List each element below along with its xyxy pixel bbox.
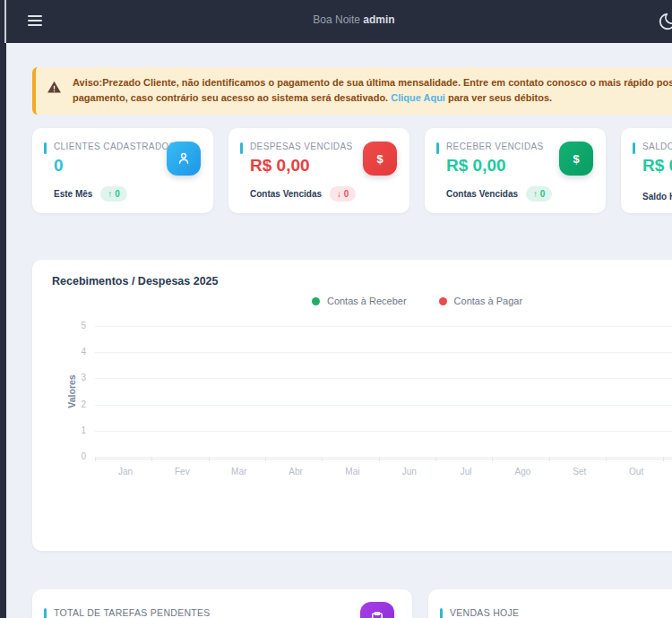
dollar-icon: $ (559, 142, 593, 176)
arrow-up-icon: ↑ (108, 189, 112, 199)
stat-cards-row: CLIENTES CADASTRADOS 0 Este Mês ↑ 0 DESP… (32, 128, 672, 213)
chart-card: Recebimentos / Despesas 2025 Contas à Re… (32, 260, 672, 551)
greeting-text: Boa Noite (313, 13, 360, 26)
arrow-down-icon: ↓ (337, 189, 341, 199)
stat-value: R$ 0,00 (642, 156, 672, 176)
accent-bar (440, 608, 443, 618)
x-tick-label: Jul (461, 467, 472, 476)
tasks-icon (360, 602, 394, 618)
bottom-cards-row: TOTAL DE TAREFAS PENDENTES VENDAS HOJE (32, 589, 672, 618)
chart-plot: Valores 543210JanFevMarAbrMaiJunJulAgoSe… (32, 260, 672, 551)
collapsed-sidebar (0, 0, 6, 618)
x-tick-label: Out (629, 467, 643, 476)
accent-bar (240, 142, 243, 154)
clique-aqui-link[interactable]: Clique Aqui (391, 92, 445, 103)
bottom-card-title: VENDAS HOJE (450, 607, 672, 618)
x-tick-mark (435, 457, 436, 461)
card-vendas-hoje: VENDAS HOJE (428, 589, 672, 618)
accent-bar (436, 142, 439, 154)
gridline (95, 431, 672, 432)
x-tick-label: Jun (402, 467, 417, 476)
accent-bar (44, 608, 47, 618)
stat-footer: Este Mês ↑ 0 (54, 186, 127, 202)
stat-card-clientes: CLIENTES CADASTRADOS 0 Este Mês ↑ 0 (32, 128, 213, 213)
x-tick-mark (663, 457, 664, 461)
trend-badge: ↑ 0 (526, 186, 552, 202)
stat-footer: Saldo Hoje (642, 192, 672, 202)
stat-footer-label: Contas Vencidas (446, 189, 518, 199)
stat-card-receber: RECEBER VENCIDAS R$ 0,00 $ Contas Vencid… (425, 128, 606, 213)
x-tick-mark (549, 457, 550, 461)
x-tick-label: Mai (345, 467, 359, 476)
moon-icon (658, 12, 672, 31)
greeting-title: Boa Noite admin (313, 13, 394, 26)
stat-card-saldo: SALDO R$ 0,00 Saldo Hoje (621, 128, 672, 213)
dollar-icon: $ (363, 142, 397, 176)
y-tick-label: 2 (63, 399, 86, 409)
x-tick-label: Set (573, 467, 586, 476)
x-tick-mark (492, 457, 493, 461)
y-tick-label: 5 (63, 321, 86, 330)
warning-triangle-icon (47, 80, 62, 95)
x-tick-mark (209, 457, 210, 461)
card-tarefas-pendentes: TOTAL DE TAREFAS PENDENTES (32, 589, 412, 618)
alert-line-2: pagamento, caso contrário seu acesso ao … (73, 90, 672, 106)
x-tick-label: Mar (231, 467, 246, 476)
gridline (95, 326, 672, 327)
gridline (95, 457, 672, 458)
accent-bar (44, 142, 47, 154)
x-tick-mark (265, 457, 266, 461)
x-tick-mark (322, 457, 323, 461)
dark-mode-toggle[interactable] (658, 12, 672, 33)
top-navbar: Boa Noite admin (6, 0, 672, 43)
y-tick-label: 0 (63, 451, 86, 461)
stat-footer-label: Contas Vencidas (250, 189, 322, 199)
x-tick-label: Fev (175, 467, 190, 476)
x-tick-label: Ago (515, 467, 531, 476)
main-content: Aviso:Prezado Cliente, não identificamos… (6, 43, 672, 618)
stat-footer: Contas Vencidas ↑ 0 (446, 186, 552, 202)
stat-card-despesas: DESPESAS VENCIDAS R$ 0,00 $ Contas Venci… (228, 128, 409, 213)
navbar-divider (4, 0, 6, 43)
x-tick-mark (151, 457, 152, 461)
payment-warning-alert: Aviso:Prezado Cliente, não identificamos… (32, 67, 672, 115)
x-tick-mark (606, 457, 607, 461)
stat-footer-label: Este Mês (54, 189, 92, 199)
gridline (95, 352, 672, 353)
bottom-card-title: TOTAL DE TAREFAS PENDENTES (54, 607, 400, 618)
x-tick-label: Jan (118, 467, 133, 476)
stat-footer-label: Saldo Hoje (642, 192, 672, 202)
x-tick-label: Abr (289, 467, 303, 476)
gridline (95, 405, 672, 406)
user-icon (167, 142, 201, 176)
stat-footer: Contas Vencidas ↓ 0 (250, 186, 356, 202)
trend-badge: ↑ 0 (100, 186, 126, 202)
y-tick-label: 1 (63, 425, 86, 435)
x-tick-mark (95, 457, 96, 461)
y-tick-label: 4 (63, 347, 86, 356)
x-axis-line (95, 459, 672, 459)
alert-label: Aviso: (73, 77, 102, 88)
x-tick-mark (379, 457, 380, 461)
y-tick-label: 3 (63, 373, 86, 382)
username: admin (363, 13, 394, 26)
trend-badge: ↓ 0 (330, 186, 356, 202)
menu-toggle-icon[interactable] (28, 15, 42, 28)
accent-bar (633, 142, 635, 154)
stat-title: SALDO (642, 142, 672, 151)
gridline (95, 378, 672, 379)
alert-line-1: Aviso:Prezado Cliente, não identificamos… (73, 75, 672, 90)
arrow-up-icon: ↑ (533, 189, 538, 199)
